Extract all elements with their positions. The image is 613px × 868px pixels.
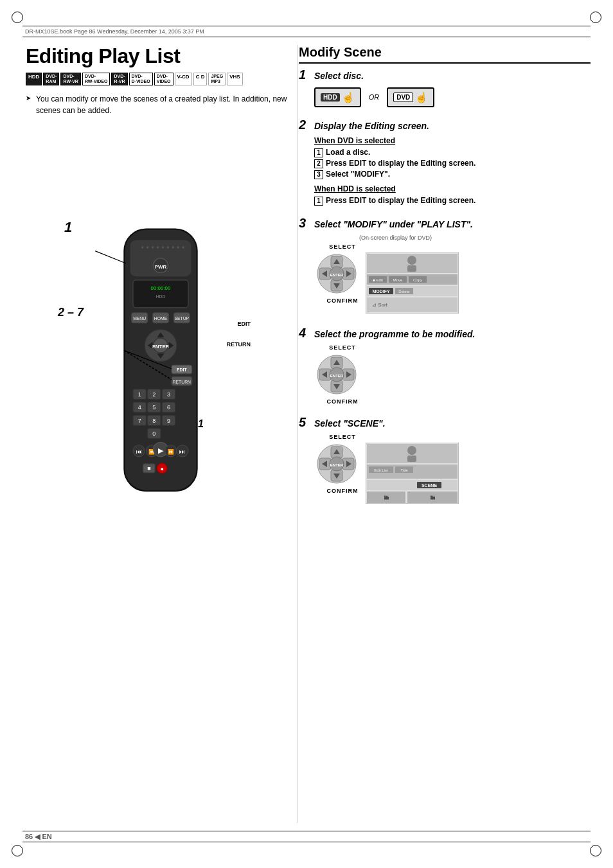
svg-point-5 <box>157 246 159 248</box>
hdd-btn[interactable]: HDD ☝ <box>314 87 361 107</box>
step-2-desc: Display the Editing screen. <box>314 121 429 131</box>
svg-text:⏩: ⏩ <box>168 448 174 455</box>
right-column: Modify Scene 1 Select disc. HDD ☝ OR DVD… <box>299 45 591 823</box>
svg-text:ENTER: ENTER <box>330 374 344 378</box>
svg-text:🎬: 🎬 <box>430 494 436 500</box>
step-2-num: 2 <box>299 118 310 132</box>
left-step2-7-label: 2 – 7 <box>58 306 84 319</box>
when-hdd-title: When HDD is selected <box>314 184 591 193</box>
step-1-desc: Select disc. <box>314 71 364 81</box>
section-title: Modify Scene <box>299 45 591 60</box>
corner-br <box>590 845 601 856</box>
svg-text:ENTER: ENTER <box>330 463 344 467</box>
badge-vhs: VHS <box>227 73 242 85</box>
svg-text:▶: ▶ <box>158 447 164 454</box>
svg-text:4: 4 <box>138 404 141 411</box>
svg-point-123 <box>407 446 416 455</box>
page-number: 86 ◀ EN <box>25 833 52 841</box>
badge-vcd: V-CD <box>175 73 192 85</box>
step-3-desc: Select "MODIFY" under "PLAY LIST". <box>314 219 473 229</box>
svg-rect-130 <box>367 480 458 490</box>
svg-text:Title: Title <box>400 468 408 472</box>
dvd-sub-1: 1 Load a disc. <box>314 148 591 157</box>
step-5-controls: SELECT ENTER CONFIRM <box>314 434 591 506</box>
svg-rect-124 <box>407 456 416 462</box>
svg-text:3: 3 <box>167 391 170 397</box>
badge-jpeg-mp3: JPEGMP3 <box>208 73 226 85</box>
step-1: 1 Select disc. HDD ☝ OR DVD ☝ <box>299 67 591 107</box>
hdd-sub-1-num: 1 <box>314 197 323 206</box>
step-4-controls: SELECT ENTER CONFIRM <box>314 344 591 405</box>
svg-text:SETUP: SETUP <box>175 316 190 321</box>
svg-text:HDD: HDD <box>156 294 166 299</box>
header-bar: DR-MX10SE.book Page 86 Wednesday, Decemb… <box>22 26 591 37</box>
badge-hdd: HDD <box>26 73 42 85</box>
step-3-screen-caption: (On-screen display for DVD) <box>359 235 591 241</box>
dvd-sub-1-num: 1 <box>314 148 323 157</box>
hdd-sub-1: 1 Press EDIT to display the Editing scre… <box>314 196 591 206</box>
step-4-dpad: ENTER <box>314 352 359 397</box>
step-3-num: 3 <box>299 216 310 231</box>
dvd-btn[interactable]: DVD ☝ <box>387 87 434 107</box>
step-3-caption: (On-screen display for DVD) <box>314 235 591 241</box>
step-2-dvd: When DVD is selected 1 Load a disc. 2 Pr… <box>314 136 591 179</box>
svg-point-2 <box>141 246 143 248</box>
svg-point-3 <box>147 246 148 248</box>
dvd-sub-3-num: 3 <box>314 170 323 179</box>
svg-text:SCENE: SCENE <box>422 483 437 488</box>
step-5-num: 5 <box>299 415 310 430</box>
step-5-confirm-label: CONFIRM <box>327 488 359 494</box>
edit-label: EDIT <box>237 321 251 327</box>
dvd-sub-2-num: 2 <box>314 159 323 168</box>
page-lang: EN <box>42 833 51 840</box>
step-2: 2 Display the Editing screen. When DVD i… <box>299 118 591 206</box>
badge-dvd-ram: DVD-RAM <box>43 73 59 85</box>
step-3-screen-svg: ■ Edit Move Copy MODIFY Delete ⊿ Sort <box>366 252 459 314</box>
left-column: Editing Play List HDD DVD-RAM DVD-RW-VR … <box>26 45 296 823</box>
step-5: 5 Select "SCENE". SELECT ENTER <box>299 415 591 506</box>
badge-dvd-video: DVD-VIDEO <box>154 73 173 85</box>
badge-dvd-d-video: DVD-D-VIDEO <box>129 73 153 85</box>
dvd-sub-2-text: Press EDIT to display the Editing screen… <box>326 159 475 168</box>
dvd-sub-3-text: Select "MODIFY". <box>326 170 390 179</box>
step-1-num: 1 <box>299 67 310 82</box>
svg-text:ENTER: ENTER <box>152 344 170 350</box>
corner-tr <box>590 12 601 23</box>
step-4-desc: Select the programme to be modified. <box>314 329 475 339</box>
svg-point-6 <box>162 246 164 248</box>
or-text: OR <box>369 93 380 101</box>
dvd-sub-2: 2 Press EDIT to display the Editing scre… <box>314 159 591 168</box>
svg-text:7: 7 <box>138 417 141 423</box>
step-5-screen: Edit List Title SCENE 🎬 🎬 <box>366 443 459 506</box>
svg-text:MENU: MENU <box>133 316 146 321</box>
svg-text:00:00:00: 00:00:00 <box>151 285 171 290</box>
step-4-confirm-label: CONFIRM <box>327 398 359 405</box>
step-5-select-label: SELECT <box>329 434 356 440</box>
svg-text:1: 1 <box>138 391 141 397</box>
hdd-sub-1-text: Press EDIT to display the Editing screen… <box>326 196 475 206</box>
svg-point-10 <box>182 246 184 248</box>
remote-area: 1 2 – 7 7 - 1 EDIT RETURN PWR <box>58 206 263 515</box>
footer-bar: 86 ◀ EN <box>22 831 591 842</box>
corner-tl <box>12 12 23 23</box>
svg-text:Copy: Copy <box>413 278 422 282</box>
step-5-dpad: ENTER <box>314 441 359 486</box>
svg-point-8 <box>172 246 174 248</box>
format-badges: HDD DVD-RAM DVD-RW-VR DVD-RW-VIDEO DVD-R… <box>26 73 296 85</box>
svg-text:⊿ Sort: ⊿ Sort <box>372 302 388 308</box>
svg-text:RETURN: RETURN <box>173 379 191 384</box>
step-3-confirm-label: CONFIRM <box>327 297 359 304</box>
badge-dvd-r-vr: DVD-R-VR <box>111 73 127 85</box>
step-5-desc: Select "SCENE". <box>314 418 386 429</box>
svg-rect-84 <box>407 265 416 272</box>
page-title: Editing Play List <box>26 45 296 67</box>
svg-text:ENTER: ENTER <box>330 273 344 277</box>
svg-point-9 <box>177 246 179 248</box>
svg-text:6: 6 <box>167 404 170 411</box>
intro-text: You can modify or move the scenes of a c… <box>26 93 296 116</box>
step-3-select-label: SELECT <box>329 244 356 250</box>
svg-text:8: 8 <box>152 417 155 423</box>
badge-dvd-rw-vr: DVD-RW-VR <box>60 73 80 85</box>
dvd-sub-3: 3 Select "MODIFY". <box>314 170 591 179</box>
svg-point-7 <box>167 246 169 248</box>
